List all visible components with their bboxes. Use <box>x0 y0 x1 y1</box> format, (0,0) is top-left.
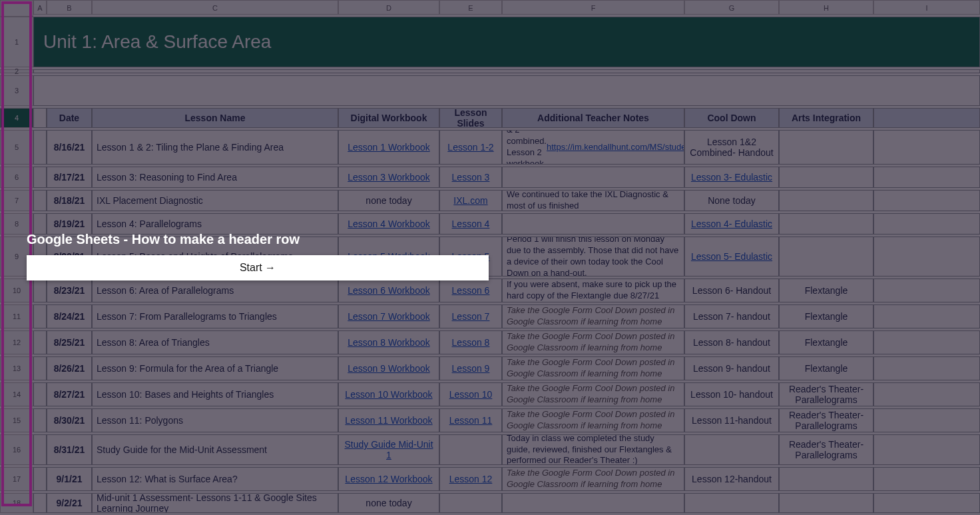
tutorial-title: Google Sheets - How to make a header row <box>27 227 489 255</box>
tutorial-popup: Google Sheets - How to make a header row… <box>27 227 489 280</box>
start-button[interactable]: Start → <box>27 255 489 280</box>
